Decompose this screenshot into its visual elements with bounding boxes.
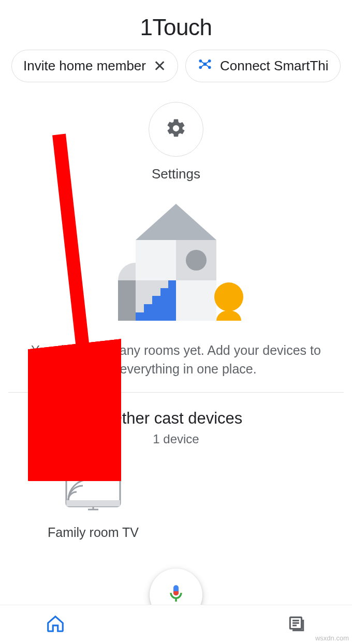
svg-line-8 [205,64,210,67]
svg-rect-13 [118,280,136,321]
home-title: 1Touch [0,0,352,50]
suggestion-chip-row: Invite home member ✕ Connect SmartThi [0,50,352,82]
svg-rect-15 [176,280,216,321]
svg-point-16 [214,282,243,311]
watermark: wsxdn.com [315,634,349,642]
settings-label: Settings [152,166,200,182]
divider [8,392,344,393]
house-illustration [0,204,352,325]
settings-button[interactable] [149,102,203,157]
svg-line-7 [205,61,210,64]
smartthings-icon [197,56,213,76]
svg-point-12 [186,250,207,271]
nav-feed[interactable] [287,614,306,636]
other-cast-devices-count: 1 device [0,432,352,446]
other-cast-devices-title: Other cast devices [0,409,352,428]
feed-icon [287,626,306,635]
cast-tv-icon [62,469,124,518]
nav-home[interactable] [46,614,65,636]
settings-block: Settings [0,102,352,182]
bottom-nav [0,605,352,644]
chip-label: Invite home member [23,58,146,74]
device-tile-family-room-tv[interactable]: Family room TV [31,469,155,540]
svg-marker-9 [136,204,216,240]
home-icon [46,626,65,635]
gear-icon [165,117,187,141]
svg-rect-18 [66,500,120,506]
microphone-icon [166,583,186,606]
invite-home-member-chip[interactable]: Invite home member ✕ [11,50,178,82]
close-icon[interactable]: ✕ [153,58,166,74]
svg-line-5 [200,61,205,64]
svg-line-6 [200,64,205,67]
chip-label: Connect SmartThi [220,58,329,74]
device-label: Family room TV [48,525,139,540]
svg-rect-10 [136,240,176,280]
empty-rooms-text: You don't have any rooms yet. Add your d… [0,325,352,392]
connect-smartthings-chip[interactable]: Connect SmartThi [185,50,341,82]
